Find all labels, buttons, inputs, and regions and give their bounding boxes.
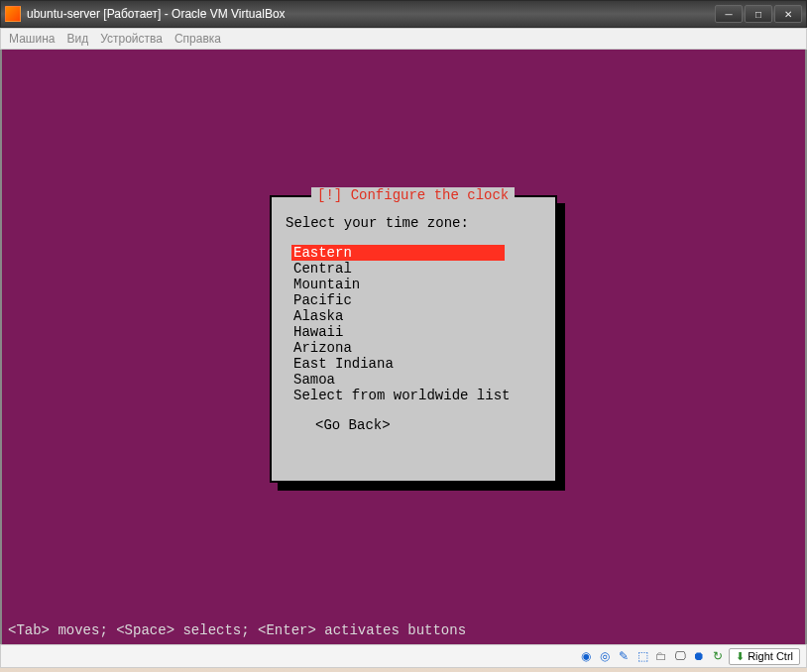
menu-devices[interactable]: Устройства	[100, 32, 163, 46]
vm-display[interactable]: [!] Configure the clock Select your time…	[0, 50, 807, 644]
mouse-integration-icon[interactable]: ↻	[710, 648, 726, 664]
dialog-title-text: Configure the clock	[351, 187, 510, 203]
host-key-indicator[interactable]: ⬇ Right Ctrl	[729, 648, 800, 665]
timezone-item-worldwide[interactable]: Select from worldwide list	[291, 388, 541, 403]
installer-screen: [!] Configure the clock Select your time…	[2, 50, 805, 644]
minimize-button[interactable]: ─	[715, 5, 743, 23]
timezone-item-hawaii[interactable]: Hawaii	[291, 324, 541, 340]
shared-folders-icon[interactable]: 🗀	[653, 648, 669, 664]
network-icon[interactable]: ⬚	[634, 648, 650, 664]
go-back-button[interactable]: <Go Back>	[286, 417, 541, 433]
timezone-item-alaska[interactable]: Alaska	[291, 308, 541, 324]
hard-disk-icon[interactable]: ◉	[578, 648, 594, 664]
host-key-arrow-icon: ⬇	[736, 650, 745, 663]
virtualbox-icon	[5, 6, 21, 22]
keyboard-hint: <Tab> moves; <Space> selects; <Enter> ac…	[8, 622, 466, 638]
timezone-item-mountain[interactable]: Mountain	[291, 277, 541, 292]
dialog-title-prefix: [!]	[317, 187, 342, 203]
host-key-label: Right Ctrl	[748, 650, 793, 662]
dialog-title: [!] Configure the clock	[311, 187, 515, 203]
timezone-item-central[interactable]: Central	[291, 261, 541, 277]
timezone-item-pacific[interactable]: Pacific	[291, 292, 541, 308]
timezone-item-eastern[interactable]: Eastern	[291, 245, 505, 261]
menu-view[interactable]: Вид	[66, 32, 88, 46]
usb-icon[interactable]: ✎	[616, 648, 632, 664]
menubar: Машина Вид Устройства Справка	[0, 28, 807, 50]
close-button[interactable]: ✕	[774, 5, 802, 23]
menu-machine[interactable]: Машина	[9, 32, 55, 46]
timezone-item-samoa[interactable]: Samoa	[291, 372, 541, 388]
window-titlebar: ubuntu-server [Работает] - Oracle VM Vir…	[0, 0, 807, 28]
dialog-prompt: Select your time zone:	[286, 215, 541, 231]
window-title: ubuntu-server [Работает] - Oracle VM Vir…	[27, 7, 715, 21]
recording-icon[interactable]: ⏺	[691, 648, 707, 664]
timezone-item-arizona[interactable]: Arizona	[291, 340, 541, 356]
window-controls: ─ □ ✕	[715, 5, 802, 23]
maximize-button[interactable]: □	[745, 5, 772, 23]
menu-help[interactable]: Справка	[174, 32, 221, 46]
dialog-body: Select your time zone: Eastern Central M…	[272, 197, 555, 443]
optical-disk-icon[interactable]: ◎	[597, 648, 613, 664]
timezone-list: Eastern Central Mountain Pacific Alaska …	[291, 245, 541, 403]
timezone-item-east-indiana[interactable]: East Indiana	[291, 356, 541, 372]
display-icon[interactable]: 🖵	[672, 648, 688, 664]
statusbar: ◉ ◎ ✎ ⬚ 🗀 🖵 ⏺ ↻ ⬇ Right Ctrl	[0, 644, 807, 668]
configure-clock-dialog: [!] Configure the clock Select your time…	[270, 195, 557, 483]
